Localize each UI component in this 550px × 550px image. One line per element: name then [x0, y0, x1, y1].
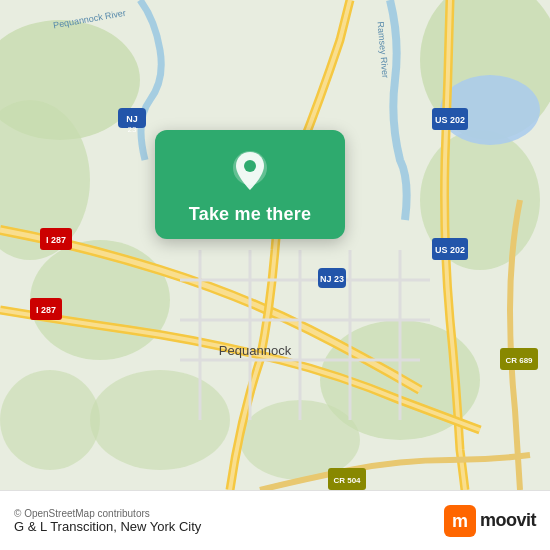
svg-text:I 287: I 287: [36, 305, 56, 315]
osm-credit: © OpenStreetMap contributors: [14, 508, 201, 519]
moovit-icon: m: [444, 505, 476, 537]
svg-text:CR 689: CR 689: [505, 356, 533, 365]
location-name: G & L Transcition, New York City: [14, 519, 201, 534]
svg-point-7: [90, 370, 230, 470]
moovit-logo[interactable]: m moovit: [444, 505, 536, 537]
location-pin-icon: [227, 148, 273, 194]
bottom-bar: © OpenStreetMap contributors G & L Trans…: [0, 490, 550, 550]
map-background: NJ 23 NJ 23 US 202 US 202 I 287 I 287 CR…: [0, 0, 550, 490]
svg-text:23: 23: [128, 125, 137, 134]
take-me-there-card[interactable]: Take me there: [155, 130, 345, 239]
svg-text:NJ 23: NJ 23: [320, 274, 344, 284]
svg-text:Pequannock: Pequannock: [219, 343, 292, 358]
moovit-text: moovit: [480, 510, 536, 531]
svg-text:I 287: I 287: [46, 235, 66, 245]
svg-point-9: [0, 370, 100, 470]
svg-text:CR 504: CR 504: [333, 476, 361, 485]
map-container: NJ 23 NJ 23 US 202 US 202 I 287 I 287 CR…: [0, 0, 550, 490]
svg-text:US 202: US 202: [435, 115, 465, 125]
bottom-left-info: © OpenStreetMap contributors G & L Trans…: [14, 508, 201, 534]
svg-text:NJ: NJ: [126, 114, 138, 124]
svg-point-40: [244, 160, 256, 172]
svg-text:US 202: US 202: [435, 245, 465, 255]
svg-text:m: m: [452, 511, 468, 531]
take-me-there-label: Take me there: [189, 204, 311, 225]
